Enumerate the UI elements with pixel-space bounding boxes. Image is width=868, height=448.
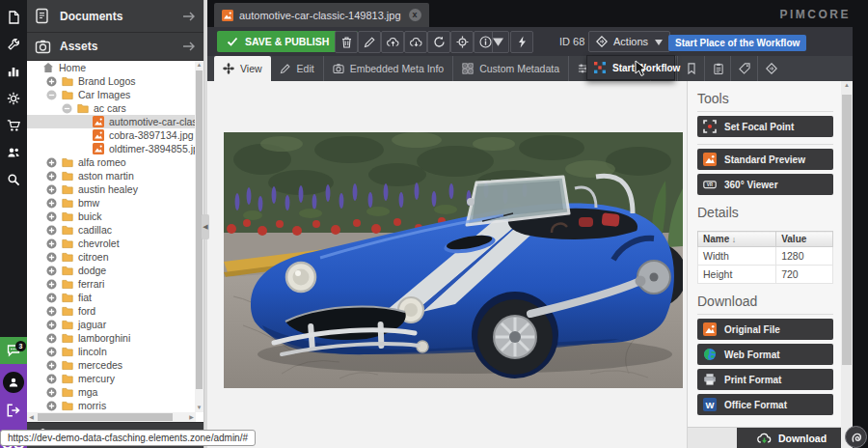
collapse-icon[interactable] — [46, 90, 57, 100]
rail-item-tools[interactable] — [0, 31, 27, 58]
scrollbar-thumb[interactable] — [842, 95, 852, 365]
web-format-button[interactable]: Web Format — [697, 344, 833, 365]
expand-icon[interactable] — [46, 293, 57, 303]
tab-workflow-diamond[interactable] — [757, 56, 784, 81]
collapse-icon[interactable] — [62, 103, 72, 114]
expand-icon[interactable] — [46, 184, 57, 195]
expand-icon[interactable] — [46, 76, 57, 87]
tree-row-citroen[interactable]: citroen — [27, 250, 196, 264]
tab-edit[interactable]: Edit — [271, 56, 324, 81]
tree-row-automotive-car-classic-14[interactable]: automotive-car-classic-14 — [27, 115, 196, 128]
rail-item-search[interactable] — [0, 166, 27, 193]
scroll-down-arrow[interactable]: ▼ — [195, 404, 203, 412]
tab-bookmark[interactable] — [677, 56, 704, 81]
tree-horizontal-scrollbar[interactable]: ◀ ▶ — [27, 412, 196, 422]
tab-view[interactable]: View — [214, 56, 271, 81]
tree-row-lincoln[interactable]: lincoln — [27, 345, 196, 358]
expand-icon[interactable] — [46, 157, 57, 168]
sidebar-scrollbar[interactable]: ▲ — [841, 81, 853, 448]
expand-icon[interactable] — [46, 266, 57, 276]
tree-row-austin-healey[interactable]: austin healey — [27, 182, 196, 196]
tree-row-cadillac[interactable]: cadillac — [27, 223, 196, 237]
standard-preview-button[interactable]: Standard Preview — [697, 149, 833, 170]
pencil-button[interactable] — [358, 31, 381, 53]
rail-item-users[interactable] — [0, 139, 27, 166]
tree-row-ferrari[interactable]: ferrari — [27, 277, 196, 291]
actions-dropdown-button[interactable]: Actions — [588, 31, 670, 52]
tree-row-ac-cars[interactable]: ac cars — [27, 101, 196, 115]
panel-splitter[interactable]: ◀ — [204, 0, 207, 448]
menu-item-start-workflow[interactable]: Start Workflow — [594, 62, 680, 73]
tree-row-jaguar[interactable]: jaguar — [27, 318, 196, 331]
expand-icon[interactable] — [46, 401, 57, 411]
expand-icon[interactable] — [46, 360, 57, 371]
tab-embedded-meta-info[interactable]: Embedded Meta Info — [324, 56, 453, 81]
tree-row-car-images[interactable]: Car Images — [27, 88, 196, 101]
tree-row-mga[interactable]: mga — [27, 385, 196, 399]
tab-custom-metadata[interactable]: Custom Metadata — [453, 56, 569, 81]
expand-icon[interactable] — [46, 387, 57, 398]
user-avatar[interactable] — [3, 372, 24, 393]
rail-item-ecommerce[interactable] — [0, 112, 27, 139]
details-column-name[interactable]: Name ↓ — [698, 232, 776, 247]
tree-row-aston-martin[interactable]: aston martin — [27, 169, 196, 182]
expand-icon[interactable] — [46, 225, 57, 236]
tree-row-fiat[interactable]: fiat — [27, 291, 196, 304]
tree-row-dodge[interactable]: dodge — [27, 264, 196, 277]
rail-item-documents[interactable] — [0, 4, 27, 31]
chevron-down-icon[interactable] — [492, 32, 503, 52]
tree-row-home[interactable]: Home — [27, 61, 196, 74]
tree-row-cobra-3897134-jpg[interactable]: cobra-3897134.jpg — [27, 128, 196, 142]
scroll-up-arrow[interactable]: ▲ — [841, 81, 853, 90]
tree-row-alfa-romeo[interactable]: alfa romeo — [27, 155, 196, 169]
tab-clipboard[interactable] — [704, 56, 731, 81]
elements-corner-logo[interactable] — [845, 426, 867, 448]
360-viewer-button[interactable]: VR360° Viewer — [697, 174, 833, 195]
print-format-button[interactable]: Print Format — [697, 369, 833, 390]
download-button[interactable]: Download — [737, 428, 847, 448]
trash-button[interactable] — [335, 31, 358, 53]
expand-icon[interactable] — [46, 320, 57, 330]
rail-item-reports[interactable] — [0, 58, 27, 85]
tree-row-oldtimer-3894855-jpg[interactable]: oldtimer-3894855.jpg — [27, 142, 196, 155]
tab-tag[interactable] — [730, 56, 757, 81]
tree-row-mercury[interactable]: mercury — [27, 372, 196, 385]
refresh-button[interactable] — [427, 31, 450, 53]
scroll-right-arrow[interactable]: ▶ — [187, 412, 196, 422]
close-tab-icon[interactable]: x — [409, 9, 421, 21]
office-format-button[interactable]: WOffice Format — [697, 394, 833, 415]
details-column-value[interactable]: Value — [776, 232, 833, 247]
cloud-up-button[interactable] — [381, 31, 404, 53]
collapse-panel-handle[interactable]: ◀ — [202, 214, 209, 239]
scrollbar-thumb[interactable] — [38, 413, 173, 421]
rail-item-settings[interactable] — [0, 85, 27, 112]
tree-row-ford[interactable]: ford — [27, 304, 196, 318]
info-button[interactable] — [474, 31, 509, 53]
target-button[interactable] — [450, 31, 474, 53]
expand-icon[interactable] — [46, 171, 57, 182]
expand-icon[interactable] — [46, 347, 57, 357]
expand-icon[interactable] — [46, 374, 57, 384]
logout-icon[interactable] — [6, 403, 21, 418]
documents-panel-header[interactable]: Documents — [27, 0, 203, 33]
chat-button[interactable]: 3 — [0, 337, 27, 364]
tree-row-buick[interactable]: buick — [27, 210, 196, 223]
tree-row-bmw[interactable]: bmw — [27, 196, 196, 210]
scroll-left-arrow[interactable]: ◀ — [27, 412, 36, 422]
expand-icon[interactable] — [46, 279, 57, 290]
open-document-tab[interactable]: automotive-car-classic-149813.jpg x — [214, 3, 429, 27]
expand-icon[interactable] — [46, 306, 57, 317]
tree-row-chevrolet[interactable]: chevrolet — [27, 237, 196, 250]
scroll-up-arrow[interactable]: ▲ — [195, 61, 203, 70]
expand-icon[interactable] — [46, 211, 57, 222]
expand-icon[interactable] — [46, 198, 57, 209]
expand-icon[interactable] — [46, 252, 57, 263]
expand-icon[interactable] — [46, 238, 57, 249]
cloud-down-button[interactable] — [404, 31, 427, 53]
tree-row-morris[interactable]: morris — [27, 399, 196, 412]
tree-row-lamborghini[interactable]: lamborghini — [27, 331, 196, 345]
expand-icon[interactable] — [46, 333, 57, 344]
tree-row-mercedes[interactable]: mercedes — [27, 358, 196, 372]
assets-panel-header[interactable]: Assets — [27, 33, 203, 61]
lightning-button[interactable] — [510, 31, 533, 53]
